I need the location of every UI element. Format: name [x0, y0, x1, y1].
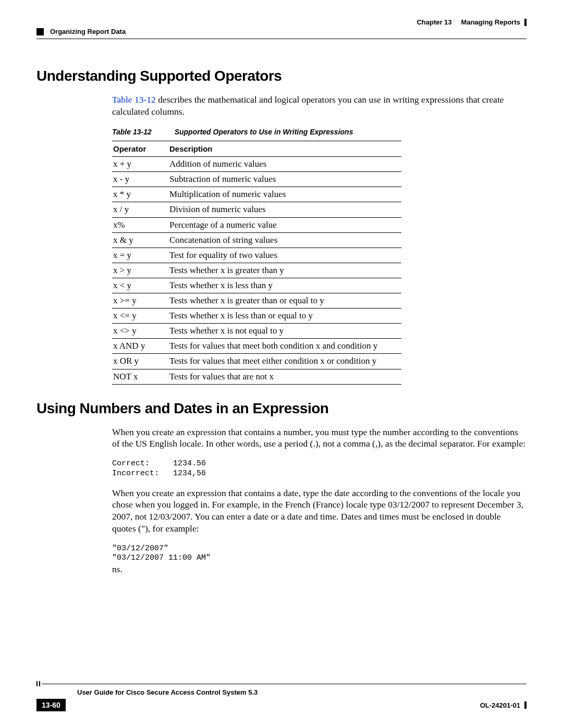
- table-caption: Table 13-12 Supported Operators to Use i…: [112, 127, 527, 137]
- footer-tick-icon: [36, 681, 38, 686]
- description-cell: Tests whether x is less than y: [168, 278, 401, 293]
- description-cell: Multiplication of numeric values: [168, 187, 401, 202]
- operator-cell: x <> y: [112, 324, 168, 339]
- footer-rule: [42, 684, 527, 684]
- heading-understanding-operators: Understanding Supported Operators: [36, 68, 527, 84]
- description-cell: Test for equality of two values: [168, 248, 401, 263]
- description-cell: Addition of numeric values: [168, 157, 401, 172]
- breadcrumb-text: Organizing Report Data: [50, 28, 126, 35]
- operator-cell: x AND y: [112, 339, 168, 354]
- page-footer: User Guide for Cisco Secure Access Contr…: [36, 681, 527, 711]
- operator-cell: x - y: [112, 172, 168, 187]
- operator-cell: x < y: [112, 278, 168, 293]
- code-example-numbers: Correct: 1234.56 Incorrect: 1234,56: [112, 459, 527, 479]
- description-cell: Tests for values that meet both conditio…: [168, 339, 401, 354]
- footer-bar-icon: [524, 701, 527, 709]
- description-cell: Tests whether x is greater than y: [168, 263, 401, 278]
- col-operator: Operator: [112, 141, 168, 157]
- operator-cell: x / y: [112, 202, 168, 217]
- operator-cell: x >= y: [112, 293, 168, 309]
- breadcrumb: Organizing Report Data: [36, 28, 527, 35]
- description-cell: Tests whether x is greater than or equal…: [168, 293, 401, 309]
- operator-cell: x%: [112, 217, 168, 232]
- header-bar-icon: [524, 19, 527, 26]
- operator-cell: x OR y: [112, 354, 168, 369]
- trailing-text: ns.: [112, 563, 527, 575]
- square-icon: [36, 28, 44, 35]
- table-row: x <= yTests whether x is less than or eq…: [112, 309, 401, 324]
- description-cell: Percentage of a numeric value: [168, 217, 401, 232]
- table-row: x >= yTests whether x is greater than or…: [112, 293, 401, 309]
- table-row: x%Percentage of a numeric value: [112, 217, 401, 232]
- table-row: x AND yTests for values that meet both c…: [112, 339, 401, 354]
- heading-numbers-dates: Using Numbers and Dates in an Expression: [36, 400, 527, 417]
- table-caption-number: Table 13-12: [112, 128, 152, 136]
- table-caption-text: Supported Operators to Use in Writing Ex…: [175, 128, 353, 136]
- table-reference-link[interactable]: Table 13-12: [112, 94, 156, 105]
- table-row: x <> yTests whether x is not equal to y: [112, 324, 401, 339]
- description-cell: Subtraction of numeric values: [168, 172, 401, 187]
- table-row: x * yMultiplication of numeric values: [112, 187, 401, 202]
- col-description: Description: [168, 141, 401, 157]
- page-number-badge: 13-60: [36, 699, 66, 711]
- table-row: x < yTests whether x is less than y: [112, 278, 401, 293]
- description-cell: Tests for values that meet either condit…: [168, 354, 401, 369]
- header-rule: [36, 39, 527, 39]
- chapter-label: Chapter 13: [417, 18, 451, 26]
- description-cell: Tests for values that are not x: [168, 369, 401, 384]
- intro-rest: describes the mathematical and logical o…: [112, 94, 504, 117]
- table-row: x & yConcatenation of string values: [112, 232, 401, 248]
- operator-cell: NOT x: [112, 369, 168, 384]
- chapter-title: Managing Reports: [461, 18, 520, 26]
- table-row: x / yDivision of numeric values: [112, 202, 401, 217]
- description-cell: Division of numeric values: [168, 202, 401, 217]
- para-dates: When you create an expression that conta…: [112, 487, 527, 535]
- doc-id: OL-24201-01: [480, 701, 520, 709]
- table-row: x > yTests whether x is greater than y: [112, 263, 401, 278]
- operator-cell: x = y: [112, 248, 168, 263]
- table-row: x = yTest for equality of two values: [112, 248, 401, 263]
- footer-tick-icon: [39, 681, 40, 686]
- intro-paragraph: Table 13-12 describes the mathematical a…: [112, 94, 527, 118]
- operator-cell: x & y: [112, 232, 168, 248]
- description-cell: Tests whether x is not equal to y: [168, 324, 401, 339]
- operators-table: Operator Description x + yAddition of nu…: [112, 141, 401, 385]
- description-cell: Concatenation of string values: [168, 232, 401, 248]
- operator-cell: x > y: [112, 263, 168, 278]
- operator-cell: x <= y: [112, 309, 168, 324]
- footer-guide-title: User Guide for Cisco Secure Access Contr…: [77, 688, 527, 696]
- page-header: Chapter 13 Managing Reports: [36, 18, 527, 26]
- code-example-dates: "03/12/2007" "03/12/2007 11:00 AM": [112, 544, 527, 564]
- operator-cell: x * y: [112, 187, 168, 202]
- table-row: x + yAddition of numeric values: [112, 157, 401, 172]
- table-row: x - ySubtraction of numeric values: [112, 172, 401, 187]
- para-numbers: When you create an expression that conta…: [112, 426, 527, 450]
- table-row: x OR yTests for values that meet either …: [112, 354, 401, 369]
- description-cell: Tests whether x is less than or equal to…: [168, 309, 401, 324]
- table-row: NOT xTests for values that are not x: [112, 369, 401, 384]
- operator-cell: x + y: [112, 157, 168, 172]
